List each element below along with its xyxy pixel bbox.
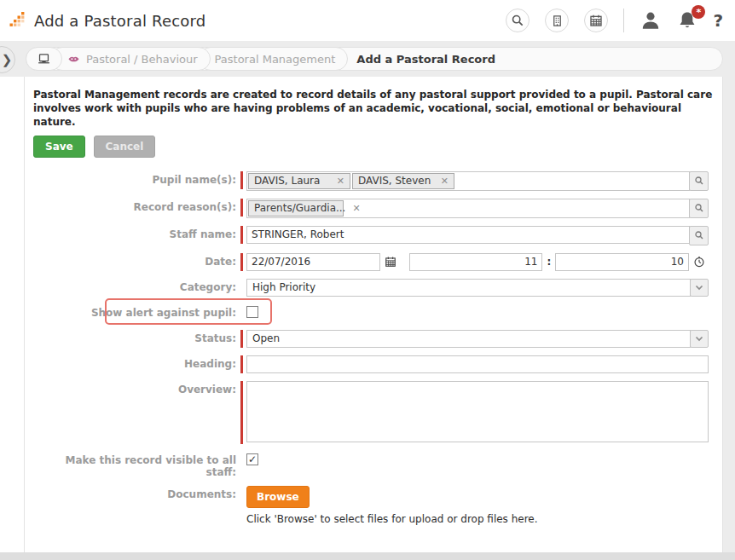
required-indicator-spacer [240, 486, 243, 504]
documents-row: Documents: Browse [33, 486, 714, 508]
magnifier-icon [694, 176, 704, 186]
show-alert-checkbox[interactable] [246, 306, 258, 318]
remove-chip-icon[interactable]: ✕ [352, 203, 360, 214]
pastoral-record-form: Pupil name(s): DAVIS, Laura ✕ DAVIS, Ste… [33, 171, 714, 526]
required-indicator [240, 226, 243, 244]
building-icon [551, 14, 564, 27]
required-indicator [240, 253, 243, 271]
top-action-bar: Save Cancel [33, 136, 714, 158]
breadcrumb-label: Pastoral / Behaviour [86, 53, 198, 66]
search-icon [511, 14, 524, 27]
hour-input[interactable] [409, 253, 543, 271]
clock-icon [693, 256, 705, 268]
time-picker-button[interactable] [693, 256, 705, 268]
school-button[interactable] [545, 9, 569, 32]
overview-row: Overview: [33, 381, 714, 444]
cancel-button[interactable]: Cancel [94, 136, 156, 158]
check-icon: ✓ [248, 454, 257, 465]
visible-to-staff-label: Make this record visible to all staff: [33, 452, 236, 478]
status-dropdown-button[interactable] [690, 330, 709, 348]
chip-label: DAVIS, Steven [358, 175, 431, 187]
staff-name-label: Staff name: [33, 226, 236, 240]
pupil-name-label: Pupil name(s): [33, 171, 236, 186]
show-alert-label: Show alert against pupil: [33, 304, 236, 319]
overview-textarea[interactable] [246, 381, 709, 442]
chip-label: DAVIS, Laura [254, 175, 320, 187]
selected-reason-chip: Parents/Guardia... ✕ [248, 200, 344, 216]
form-card: Pastoral Management records are created … [24, 77, 723, 552]
staff-search-button[interactable] [689, 226, 709, 245]
breadcrumb-item-pastoral-behaviour[interactable]: Pastoral / Behaviour [50, 47, 211, 71]
staff-name-row: Staff name: [33, 226, 714, 245]
collapse-menu-button[interactable]: ❯ [0, 46, 15, 73]
chevron-right-icon: ❯ [2, 52, 13, 67]
record-reason-label: Record reason(s): [33, 199, 236, 213]
magnifier-icon [694, 230, 704, 240]
save-button[interactable]: Save [33, 136, 85, 158]
documents-hint-text: Click 'Browse' to select files for uploa… [246, 508, 538, 525]
app-logo-icon [9, 11, 27, 30]
heading-input[interactable] [246, 355, 709, 373]
status-label: Status: [33, 330, 236, 344]
date-input[interactable] [246, 253, 380, 271]
selected-pupil-chip: DAVIS, Laura ✕ [248, 173, 350, 189]
magnifier-icon [694, 203, 704, 213]
required-indicator [240, 381, 243, 444]
search-button[interactable] [506, 9, 530, 32]
required-indicator-spacer [240, 279, 243, 297]
required-indicator [240, 330, 243, 348]
staff-name-input[interactable] [246, 226, 690, 244]
notifications-button[interactable]: * [677, 10, 697, 31]
breadcrumb-item-pastoral-management[interactable]: Pastoral Management [199, 47, 349, 71]
app-header: Add a Pastoral Record [0, 0, 735, 41]
pupil-name-field[interactable]: DAVIS, Laura ✕ DAVIS, Steven ✕ [246, 171, 690, 191]
status-row: Status: Open [33, 330, 714, 348]
date-row: Date: [33, 253, 714, 271]
minute-input[interactable] [555, 253, 689, 271]
required-indicator [240, 199, 243, 216]
time-separator: : [547, 256, 551, 268]
calendar-icon [589, 14, 603, 27]
show-alert-row: Show alert against pupil: [33, 304, 714, 322]
breadcrumb-current-page: Add a Pastoral Record [356, 53, 495, 66]
home-crumb[interactable] [26, 47, 62, 71]
breadcrumb-label: Pastoral Management [215, 53, 336, 66]
date-picker-button[interactable] [385, 256, 396, 268]
required-indicator-spacer [240, 452, 243, 470]
selected-pupil-chip: DAVIS, Steven ✕ [352, 173, 454, 189]
category-dropdown-button[interactable] [690, 279, 709, 297]
calendar-icon [385, 256, 396, 268]
record-reason-row: Record reason(s): Parents/Guardia... ✕ [33, 199, 714, 218]
overview-label: Overview: [33, 381, 236, 395]
breadcrumb: Pastoral / Behaviour Pastoral Management… [26, 47, 723, 71]
notification-badge: * [692, 5, 705, 19]
record-reason-field[interactable]: Parents/Guardia... ✕ [246, 199, 690, 218]
profile-button[interactable] [640, 9, 662, 32]
right-gutter [723, 77, 735, 552]
person-icon [640, 9, 662, 32]
heading-row: Heading: [33, 355, 714, 373]
calendar-button[interactable] [584, 9, 608, 32]
header-divider [623, 9, 624, 32]
browse-button[interactable]: Browse [246, 486, 310, 508]
page-body: Pastoral Management records are created … [0, 77, 735, 552]
help-button[interactable]: ? [713, 10, 723, 31]
date-label: Date: [33, 253, 236, 268]
pupil-search-button[interactable] [689, 171, 709, 191]
chevron-down-icon [694, 333, 704, 344]
required-indicator-spacer [240, 508, 243, 526]
documents-hint-row: Click 'Browse' to select files for uploa… [33, 508, 714, 526]
required-indicator [240, 355, 243, 373]
required-indicator-spacer [240, 304, 243, 322]
remove-chip-icon[interactable]: ✕ [441, 176, 449, 187]
visible-to-staff-checkbox[interactable]: ✓ [246, 453, 258, 465]
reason-search-button[interactable] [689, 199, 709, 218]
category-select[interactable]: High Priority [246, 279, 691, 297]
breadcrumb-bar: ❯ Pastoral / Behaviour Pastoral Manageme… [0, 41, 735, 77]
status-select[interactable]: Open [246, 330, 691, 348]
intro-text: Pastoral Management records are created … [33, 88, 714, 130]
category-label: Category: [33, 279, 236, 293]
pastoral-hands-icon [67, 52, 81, 66]
bottom-gutter [0, 552, 735, 560]
remove-chip-icon[interactable]: ✕ [337, 176, 344, 187]
